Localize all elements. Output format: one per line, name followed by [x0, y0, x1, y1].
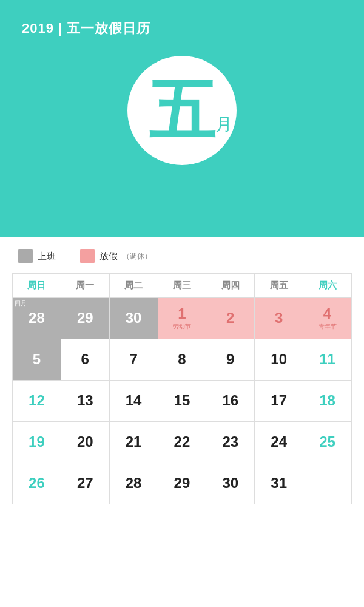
calendar-cell: 14: [109, 381, 158, 422]
calendar-cell: 9: [206, 339, 255, 381]
calendar-table: 周日 周一 周二 周三 周四 周五 周六 四月2829301劳动节234青年节5…: [12, 273, 352, 504]
th-monday: 周一: [61, 274, 109, 298]
calendar-cell: 22: [158, 422, 206, 463]
calendar-header: 周日 周一 周二 周三 周四 周五 周六: [13, 274, 352, 298]
th-tuesday: 周二: [109, 274, 158, 298]
th-wednesday: 周三: [158, 274, 206, 298]
calendar-cell: 29: [61, 298, 109, 339]
calendar-cell: 11: [303, 339, 352, 381]
calendar-cell: 31: [255, 463, 303, 504]
legend-holiday-label: 放假: [99, 251, 118, 262]
month-big: 五月: [149, 77, 215, 144]
calendar-cell: 26: [13, 463, 61, 504]
legend-holiday-icon: [80, 249, 95, 263]
month-circle: 五月: [127, 56, 237, 165]
calendar-row: 567891011: [13, 339, 352, 381]
calendar-cell: 1劳动节: [158, 298, 206, 339]
calendar-cell: 25: [303, 422, 352, 463]
calendar-cell: 29: [158, 463, 206, 504]
calendar-cell: 23: [206, 422, 255, 463]
calendar-cell: 12: [13, 381, 61, 422]
legend-work-icon: [18, 249, 33, 263]
calendar-cell: [303, 463, 352, 504]
calendar-cell: 30: [109, 298, 158, 339]
legend-work: 上班: [18, 249, 56, 263]
th-friday: 周五: [255, 274, 303, 298]
calendar-cell: 16: [206, 381, 255, 422]
calendar-cell: 21: [109, 422, 158, 463]
legend-holiday: 放假 （调休）: [80, 249, 152, 263]
calendar-cell: 4青年节: [303, 298, 352, 339]
calendar-cell: 19: [13, 422, 61, 463]
calendar-cell: 3: [255, 298, 303, 339]
calendar-cell: 20: [61, 422, 109, 463]
bottom-section: 上班 放假 （调休） 周日 周一 周二 周三 周四 周五 周六 四月282930…: [0, 237, 364, 510]
calendar-row: 262728293031: [13, 463, 352, 504]
calendar-cell: 18: [303, 381, 352, 422]
calendar-cell: 15: [158, 381, 206, 422]
legend-holiday-sub: （调休）: [123, 251, 152, 262]
th-thursday: 周四: [206, 274, 255, 298]
calendar-cell: 7: [109, 339, 158, 381]
month-circle-wrap: 五月: [22, 56, 342, 165]
calendar-row: 12131415161718: [13, 381, 352, 422]
legend-row: 上班 放假 （调休）: [12, 249, 352, 263]
calendar-cell: 四月28: [13, 298, 61, 339]
calendar-cell: 24: [255, 422, 303, 463]
top-section: 2019 | 五一放假日历 五月: [0, 0, 364, 237]
th-sunday: 周日: [13, 274, 61, 298]
legend-work-label: 上班: [38, 251, 56, 262]
th-saturday: 周六: [303, 274, 352, 298]
calendar-cell: 8: [158, 339, 206, 381]
calendar-row: 四月2829301劳动节234青年节: [13, 298, 352, 339]
calendar-cell: 17: [255, 381, 303, 422]
calendar-cell: 28: [109, 463, 158, 504]
calendar-cell: 13: [61, 381, 109, 422]
page-title: 2019 | 五一放假日历: [22, 19, 150, 38]
calendar-cell: 2: [206, 298, 255, 339]
calendar-row: 19202122232425: [13, 422, 352, 463]
calendar-cell: 5: [13, 339, 61, 381]
calendar-cell: 10: [255, 339, 303, 381]
calendar-cell: 27: [61, 463, 109, 504]
calendar-cell: 6: [61, 339, 109, 381]
month-small: 月: [215, 116, 232, 133]
calendar-cell: 30: [206, 463, 255, 504]
